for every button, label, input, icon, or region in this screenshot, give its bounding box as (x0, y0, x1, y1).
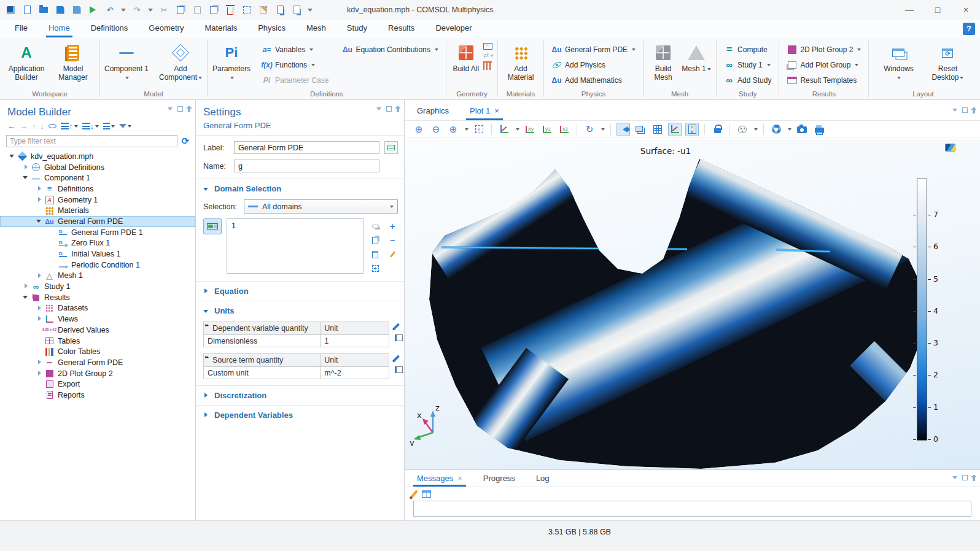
remove-from-selection-icon[interactable]: − (386, 234, 399, 247)
tab-messages[interactable]: Messages× (416, 474, 464, 487)
find-button[interactable] (274, 4, 286, 15)
customize-toolbar-caret[interactable] (308, 9, 313, 14)
rename-button[interactable] (384, 141, 398, 154)
filter-button[interactable] (119, 122, 131, 130)
clear-selection-icon[interactable] (386, 248, 399, 261)
application-builder-button[interactable]: A Application Builder (4, 40, 49, 82)
tab-results[interactable]: Results (388, 20, 414, 38)
result-templates-button[interactable]: Result Templates (783, 72, 865, 88)
equation-contributions-button[interactable]: ΔuEquation Contributions (338, 42, 441, 57)
zoom-box-icon[interactable]: ⊕ (446, 123, 460, 136)
add-to-selection-icon[interactable]: + (386, 220, 399, 233)
tree-item-general-form-pde[interactable]: ΔuGeneral Form PDE (0, 216, 195, 227)
scene-light-icon[interactable] (616, 123, 630, 136)
maximize-button[interactable]: □ (924, 0, 952, 20)
tree-item-general-form-pde-results[interactable]: ∼General Form PDE (0, 357, 195, 368)
selection-dropdown[interactable]: All domains (244, 199, 398, 214)
table-cell[interactable]: Dimensionless (204, 335, 321, 347)
copy-button[interactable] (175, 4, 186, 15)
rotate-icon[interactable]: ↻ (583, 123, 596, 136)
tab-log[interactable]: Log (535, 474, 551, 487)
tree-item-derived-values[interactable]: 8.85 e-12Derived Values (0, 325, 195, 336)
model-manager-button[interactable]: Model Manager (50, 40, 96, 82)
tab-developer[interactable]: Developer (435, 20, 472, 38)
redo-button[interactable]: ↷ (131, 4, 142, 15)
default-view-icon[interactable] (497, 123, 511, 136)
collapse-all-button[interactable]: ↑ (61, 121, 78, 131)
forward-button[interactable]: → (20, 121, 28, 131)
save-as-button[interactable] (71, 4, 82, 15)
messages-output[interactable] (413, 501, 971, 517)
zoom-out-icon[interactable]: ⊖ (429, 123, 443, 136)
tree-item-study-1[interactable]: ∞Study 1 (0, 281, 195, 292)
move-up-button[interactable]: ↑ (32, 121, 36, 131)
add-study-button[interactable]: ∞Add Study (720, 72, 775, 88)
tab-graphics[interactable]: Graphics (416, 106, 450, 120)
view-yz-icon[interactable]: yz (540, 123, 554, 136)
panel-menu-icon[interactable] (952, 109, 957, 114)
find-replace-button[interactable] (291, 4, 302, 15)
table-cell[interactable]: 1 (321, 335, 389, 347)
tree-item-color-tables[interactable]: Color Tables (0, 346, 195, 357)
pin-panel-icon[interactable] (973, 107, 975, 114)
float-panel-icon[interactable] (386, 106, 392, 112)
copy-selection-icon[interactable] (368, 234, 382, 247)
back-button[interactable]: ← (7, 121, 15, 131)
expand-all-button[interactable]: ↓ (82, 121, 99, 131)
image-snapshot-icon[interactable] (795, 123, 809, 136)
reset-desktop-button[interactable]: ⟳ Reset Desktop (928, 40, 967, 82)
pin-panel-icon[interactable] (973, 475, 975, 481)
appearance-caret[interactable] (754, 128, 758, 133)
section-domain-selection[interactable]: Domain Selection (196, 179, 404, 198)
paste-button[interactable] (192, 4, 203, 15)
close-tab-icon[interactable]: × (457, 474, 462, 483)
edit-quantity-icon[interactable] (392, 323, 400, 330)
axis-orientation-icon[interactable] (668, 123, 682, 136)
refresh-icon[interactable]: ⟳ (181, 136, 189, 147)
virtual-operations-icon[interactable] (483, 61, 492, 70)
tree-item-reports[interactable]: Reports (0, 390, 195, 401)
color-legend-icon[interactable] (685, 123, 699, 136)
tree-item-initial-values-1[interactable]: DInitial Values 1 (0, 249, 195, 260)
new-file-button[interactable] (21, 4, 33, 15)
panel-menu-icon[interactable] (376, 107, 381, 113)
pin-panel-icon[interactable] (397, 106, 399, 112)
select-box-button[interactable] (241, 4, 252, 15)
tree-item-2d-plot-group-2[interactable]: 2D Plot Group 2 (0, 368, 195, 379)
tab-definitions[interactable]: Definitions (91, 20, 128, 38)
view-lock-icon[interactable] (710, 123, 724, 136)
name-input[interactable] (234, 160, 379, 172)
cut-button[interactable]: ✂ (158, 4, 169, 15)
tree-item-root[interactable]: kdv_equation.mph (0, 151, 195, 162)
model-tree-nodes-button[interactable] (103, 123, 115, 129)
float-panel-icon[interactable] (962, 107, 968, 113)
tree-item-views[interactable]: Views (0, 314, 195, 325)
tree-item-zero-flux-1[interactable]: DZero Flux 1 (0, 238, 195, 249)
add-material-button[interactable]: Add Material (502, 40, 540, 82)
tree-item-global-definitions[interactable]: Global Definitions (0, 162, 195, 173)
deselect-button[interactable] (258, 4, 269, 15)
print-icon[interactable] (812, 123, 826, 136)
plot-canvas[interactable]: Surface: -u1 (405, 139, 980, 469)
variables-button[interactable]: a=Variables (258, 42, 332, 57)
active-toggle-button[interactable] (203, 218, 222, 234)
section-discretization[interactable]: Discretization (196, 385, 404, 405)
float-panel-icon[interactable] (177, 106, 183, 112)
undo-caret[interactable] (121, 9, 126, 14)
paste-selection-icon[interactable] (368, 248, 382, 261)
view-xy-icon[interactable]: xy (523, 123, 537, 136)
redo-caret[interactable] (148, 9, 153, 14)
build-all-button[interactable]: Build All (450, 40, 482, 73)
plot-thumbnail-icon[interactable] (945, 144, 955, 152)
tab-materials[interactable]: Materials (204, 20, 237, 38)
panel-menu-icon[interactable] (952, 476, 957, 482)
close-tab-icon[interactable]: × (494, 106, 499, 115)
update-plot-caret[interactable] (788, 128, 791, 133)
tree-item-mesh-1[interactable]: △Mesh 1 (0, 271, 195, 282)
tab-home[interactable]: Home (49, 20, 70, 38)
move-down-button[interactable]: ↓ (41, 121, 45, 131)
tree-item-component-1[interactable]: —Component 1 (0, 172, 195, 183)
add-physics-button[interactable]: Add Physics (548, 57, 639, 72)
minimize-button[interactable]: — (895, 0, 924, 20)
mesh-1-button[interactable]: Mesh 1 (680, 40, 712, 73)
